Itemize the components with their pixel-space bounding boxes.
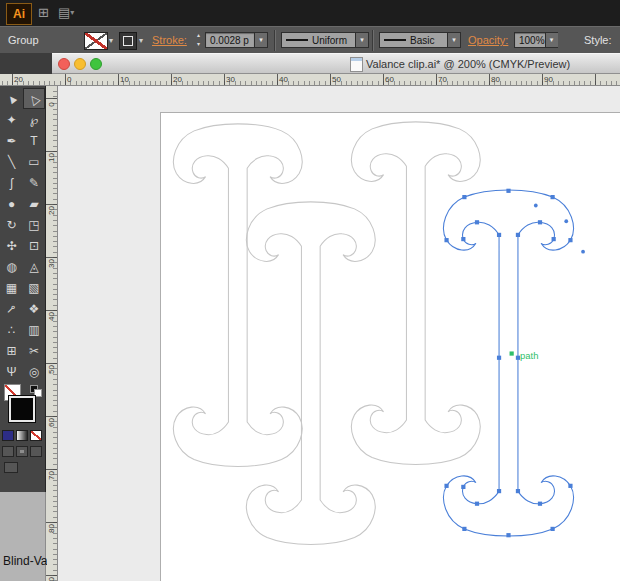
opacity-link[interactable]: Opacity: bbox=[468, 34, 508, 46]
window-title-bar[interactable]: Valance clip.ai* @ 200% (CMYK/Preview) bbox=[52, 53, 620, 74]
vector-path[interactable] bbox=[173, 124, 302, 467]
ruler-label: 40 bbox=[279, 75, 288, 84]
handle-point[interactable] bbox=[564, 219, 568, 223]
tool-line-segment[interactable]: ╲ bbox=[0, 151, 23, 172]
anchor-point[interactable] bbox=[497, 233, 501, 237]
tool-gradient[interactable]: ▧ bbox=[23, 277, 45, 298]
tool-pen[interactable]: ✒ bbox=[0, 130, 23, 151]
horizontal-ruler[interactable]: 200102030405060708090 bbox=[0, 74, 620, 86]
tool-column-graph[interactable]: ▥ bbox=[23, 319, 45, 340]
fill-swatch[interactable] bbox=[9, 396, 35, 422]
anchor-point[interactable] bbox=[475, 502, 479, 506]
tool-perspective-grid[interactable]: ◬ bbox=[23, 256, 45, 277]
tool-rotate[interactable]: ↻ bbox=[0, 214, 23, 235]
anchor-point[interactable] bbox=[475, 220, 479, 224]
tool-type[interactable]: T bbox=[23, 130, 45, 151]
ruler-label: 40 bbox=[47, 311, 56, 322]
anchor-point[interactable] bbox=[568, 484, 572, 488]
stroke-weight-value: 0.0028 p bbox=[210, 35, 249, 46]
arrange-documents-icon[interactable]: ⊞ bbox=[38, 5, 49, 21]
tool-eyedropper[interactable]: ⊸ bbox=[0, 298, 23, 319]
screen-mode-button[interactable] bbox=[4, 462, 18, 473]
stroke-link[interactable]: Stroke: bbox=[152, 34, 187, 46]
tool-selection[interactable]: ▲ bbox=[0, 88, 23, 109]
anchor-point[interactable] bbox=[444, 238, 448, 242]
anchor-point[interactable] bbox=[462, 527, 466, 531]
anchor-point[interactable] bbox=[444, 484, 448, 488]
blend-icon: ❖ bbox=[29, 302, 40, 316]
anchor-point[interactable] bbox=[461, 237, 465, 241]
tool-paintbrush[interactable]: ʃ bbox=[0, 172, 23, 193]
tool-blob-brush[interactable]: ● bbox=[0, 193, 23, 214]
tool-rectangle[interactable]: ▭ bbox=[23, 151, 45, 172]
close-window-button[interactable] bbox=[58, 58, 70, 70]
ruler-label: 50 bbox=[47, 364, 56, 375]
opacity-field[interactable]: 100% ▾ bbox=[514, 32, 558, 48]
tool-pencil[interactable]: ✎ bbox=[23, 172, 45, 193]
anchor-point[interactable] bbox=[497, 489, 501, 493]
stroke-weight-dropdown[interactable]: ▾ bbox=[255, 32, 268, 48]
gradient-button[interactable] bbox=[16, 430, 28, 441]
anchor-point[interactable] bbox=[552, 237, 556, 241]
draw-behind-button[interactable] bbox=[16, 446, 28, 457]
width-profile-value: Uniform bbox=[312, 35, 355, 46]
tool-zoom[interactable]: ◎ bbox=[23, 361, 45, 382]
selected-vector-path[interactable] bbox=[444, 190, 574, 536]
brush-definition-dropdown[interactable]: Basic ▾ bbox=[379, 32, 461, 48]
anchor-point[interactable] bbox=[538, 220, 542, 224]
app-logo-icon[interactable]: Ai bbox=[6, 3, 32, 25]
anchor-point[interactable] bbox=[516, 233, 520, 237]
tool-blend[interactable]: ❖ bbox=[23, 298, 45, 319]
ruler-label: 90 bbox=[544, 75, 553, 84]
draw-normal-button[interactable] bbox=[2, 446, 14, 457]
anchor-point[interactable] bbox=[551, 195, 555, 199]
zoom-window-button[interactable] bbox=[90, 58, 102, 70]
vector-path[interactable] bbox=[246, 202, 375, 545]
stroke-color-chip[interactable] bbox=[84, 32, 108, 50]
chevron-down-icon[interactable]: ▾ bbox=[109, 36, 113, 45]
minimize-window-button[interactable] bbox=[74, 58, 86, 70]
canvas[interactable]: path bbox=[58, 86, 620, 581]
anchor-point[interactable] bbox=[462, 195, 466, 199]
anchor-point[interactable] bbox=[516, 489, 520, 493]
chevron-down-icon[interactable]: ▾ bbox=[139, 36, 143, 45]
tool-eraser[interactable]: ▰ bbox=[23, 193, 45, 214]
tool-free-transform[interactable]: ⊡ bbox=[23, 235, 45, 256]
draw-inside-button[interactable] bbox=[30, 446, 42, 457]
stroke-weight-stepper[interactable]: ▴ ▾ bbox=[194, 31, 203, 49]
blob-brush-icon: ● bbox=[8, 197, 15, 211]
fill-style-chip[interactable] bbox=[119, 32, 137, 50]
tool-scale[interactable]: ◳ bbox=[23, 214, 45, 235]
tool-artboard[interactable]: ⊞ bbox=[0, 340, 23, 361]
color-button[interactable] bbox=[2, 430, 14, 441]
anchor-point[interactable] bbox=[506, 189, 510, 193]
document-icon bbox=[350, 57, 363, 72]
free-transform-icon: ⊡ bbox=[29, 239, 39, 253]
anchor-point[interactable] bbox=[568, 238, 572, 242]
basic-brush-icon bbox=[384, 39, 406, 41]
tool-direct-selection[interactable]: △ bbox=[23, 88, 45, 109]
anchor-point[interactable] bbox=[538, 502, 542, 506]
anchor-point[interactable] bbox=[461, 485, 465, 489]
anchor-point[interactable] bbox=[506, 533, 510, 537]
handle-point[interactable] bbox=[581, 250, 585, 254]
tool-slice[interactable]: ✂ bbox=[23, 340, 45, 361]
vertical-ruler[interactable]: 0102030405060708090100 bbox=[46, 86, 58, 581]
stroke-weight-field[interactable]: 0.0028 p bbox=[205, 32, 255, 48]
handle-point[interactable] bbox=[534, 204, 538, 208]
tool-mesh[interactable]: ▦ bbox=[0, 277, 23, 298]
width-profile-dropdown[interactable]: Uniform ▾ bbox=[281, 32, 369, 48]
tool-shape-builder[interactable]: ◍ bbox=[0, 256, 23, 277]
tool-lasso[interactable]: ℘ bbox=[23, 109, 45, 130]
tool-magic-wand[interactable]: ✦ bbox=[0, 109, 23, 130]
anchor-point[interactable] bbox=[551, 527, 555, 531]
ruler-label: 20 bbox=[14, 75, 23, 84]
workspace-switcher-icon[interactable]: ▤▾ bbox=[58, 5, 74, 21]
anchor-point[interactable] bbox=[497, 356, 501, 360]
tool-hand[interactable]: Ψ bbox=[0, 361, 23, 382]
vector-path[interactable] bbox=[351, 122, 480, 465]
tool-width[interactable]: ✣ bbox=[0, 235, 23, 256]
tool-symbol-sprayer[interactable]: ∴ bbox=[0, 319, 23, 340]
screen-mode-row bbox=[4, 462, 18, 473]
none-button[interactable] bbox=[30, 430, 42, 441]
